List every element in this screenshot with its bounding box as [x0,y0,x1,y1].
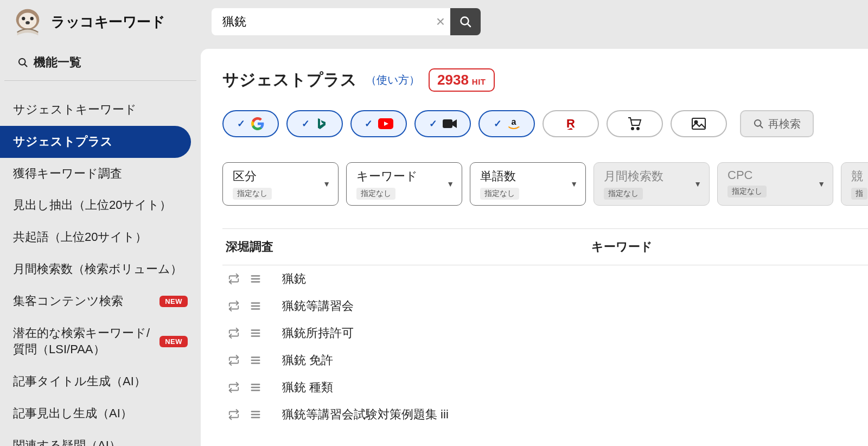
chevron-down-icon: ▼ [818,180,825,188]
keyword-text: 猟銃所持許可 [282,325,868,341]
keyword-text: 猟銃等講習会試験対策例題集 iii [282,406,868,423]
filter-2[interactable]: 単語数指定なし▼ [470,162,586,206]
sidebar-item-7[interactable]: 潜在的な検索キーワード/質問（LSI/PAA）NEW [0,317,201,366]
google-icon [251,117,265,131]
retweet-icon[interactable] [228,273,240,285]
source-shopping[interactable] [607,110,663,137]
filter-value: 指定なし [727,186,767,197]
filter-label: 月間検索数 [604,168,699,184]
sidebar-item-label: 集客コンテンツ検索 [13,293,159,310]
sidebar-item-2[interactable]: 獲得キーワード調査 [0,158,201,190]
retweet-icon[interactable] [228,300,240,312]
menu-icon[interactable] [250,327,261,339]
svg-rect-15 [692,118,705,129]
menu-icon[interactable] [250,273,261,285]
sidebar-item-4[interactable]: 共起語（上位20サイト） [0,221,201,253]
sidebar-item-9[interactable]: 記事見出し生成（AI） [0,398,201,430]
table-row: 猟銃 種類 [222,374,868,401]
sidebar-item-6[interactable]: 集客コンテンツ検索NEW [0,285,201,317]
source-youtube[interactable]: ✓ [350,110,407,137]
chevron-down-icon: ▼ [323,180,330,188]
page-header: サジェストプラス （使い方） 2938 HIT [222,68,868,92]
check-icon: ✓ [302,118,310,130]
usage-link[interactable]: （使い方） [366,73,420,87]
keyword-text: 猟銃 [282,271,868,287]
search-button[interactable] [450,8,481,35]
filter-value: 指定なし [480,188,519,200]
chevron-down-icon: ▼ [446,180,454,188]
retweet-icon[interactable] [228,327,240,339]
search-form: × [212,8,481,35]
retweet-icon[interactable] [228,354,240,366]
filter-5: 競指▼ [841,162,868,206]
sidebar-item-label: 獲得キーワード調査 [13,165,188,182]
sidebar-item-0[interactable]: サジェストキーワード [0,94,201,126]
filters-row: 区分指定なし▼キーワード指定なし▼単語数指定なし▼月間検索数指定なし▼CPC指定… [222,162,868,206]
sidebar-item-label: 共起語（上位20サイト） [13,229,188,246]
sidebar-item-label: 記事タイトル生成（AI） [13,373,188,390]
svg-text:a: a [511,117,516,126]
research-button[interactable]: 再検索 [740,110,814,137]
source-google[interactable]: ✓ [222,110,279,137]
chevron-down-icon: ▼ [570,180,578,188]
check-icon: ✓ [494,118,502,130]
image-icon [692,118,706,130]
search-input[interactable] [212,15,450,29]
source-image[interactable] [671,110,727,137]
menu-icon[interactable] [250,300,261,312]
col-deep-research: 深堀調査 [222,239,591,255]
menu-icon[interactable] [250,354,261,366]
hit-badge: 2938 HIT [429,68,495,92]
svg-point-14 [637,128,639,130]
sidebar-item-label: 記事見出し生成（AI） [13,405,188,422]
functions-heading: 機能一覧 [4,54,196,81]
sidebar-item-label: 月間検索数（検索ボリューム） [13,261,188,278]
sidebar-item-label: サジェストキーワード [13,101,188,118]
new-badge: NEW [159,336,188,347]
menu-icon[interactable] [250,409,261,420]
table-header: 深堀調査 キーワード [222,228,868,265]
filter-value: 指定なし [356,188,395,200]
bing-icon [315,117,328,130]
svg-line-8 [24,64,27,67]
source-bing[interactable]: ✓ [286,110,343,137]
retweet-icon[interactable] [228,381,240,393]
svg-line-6 [468,24,470,27]
filter-0[interactable]: 区分指定なし▼ [222,162,339,206]
svg-point-3 [30,17,34,20]
filter-1[interactable]: キーワード指定なし▼ [346,162,462,206]
filter-value: 指定なし [604,188,643,200]
video-icon [443,118,457,129]
filter-3: 月間検索数指定なし▼ [593,162,710,206]
svg-point-13 [631,128,634,130]
main-content: サジェストプラス （使い方） 2938 HIT ✓✓✓✓✓aR再検索 区分指定な… [201,49,868,446]
sidebar-item-1[interactable]: サジェストプラス [0,126,191,158]
table-row: 猟銃所持許可 [222,320,868,347]
retweet-icon[interactable] [228,409,240,420]
sidebar-item-10[interactable]: 関連する疑問（AI） [0,430,201,446]
svg-rect-10 [443,119,452,128]
source-rakuten[interactable]: R [542,110,599,137]
keyword-text: 猟銃等講習会 [282,298,868,314]
source-video[interactable]: ✓ [414,110,471,137]
source-amazon[interactable]: ✓a [478,110,535,137]
clear-search-button[interactable]: × [436,14,445,29]
svg-text:R: R [566,117,575,130]
shopping-icon [628,117,642,130]
sidebar-item-8[interactable]: 記事タイトル生成（AI） [0,366,201,398]
new-badge: NEW [159,296,188,307]
keyword-text: 猟銃 免許 [282,352,868,368]
svg-point-4 [25,21,30,24]
filter-label: CPC [727,168,823,182]
top-bar: ラッコキーワード × [0,0,868,43]
sidebar: 機能一覧 サジェストキーワードサジェストプラス獲得キーワード調査見出し抽出（上位… [0,43,201,446]
sidebar-item-5[interactable]: 月間検索数（検索ボリューム） [0,253,201,285]
filter-label: 競 [851,168,868,184]
otter-logo-icon [11,5,44,39]
logo-area[interactable]: ラッコキーワード [11,5,201,39]
rakuten-icon: R [564,117,578,131]
sidebar-item-3[interactable]: 見出し抽出（上位20サイト） [0,189,201,221]
menu-icon[interactable] [250,381,261,393]
amazon-icon: a [507,117,520,130]
filter-label: 単語数 [480,168,576,184]
